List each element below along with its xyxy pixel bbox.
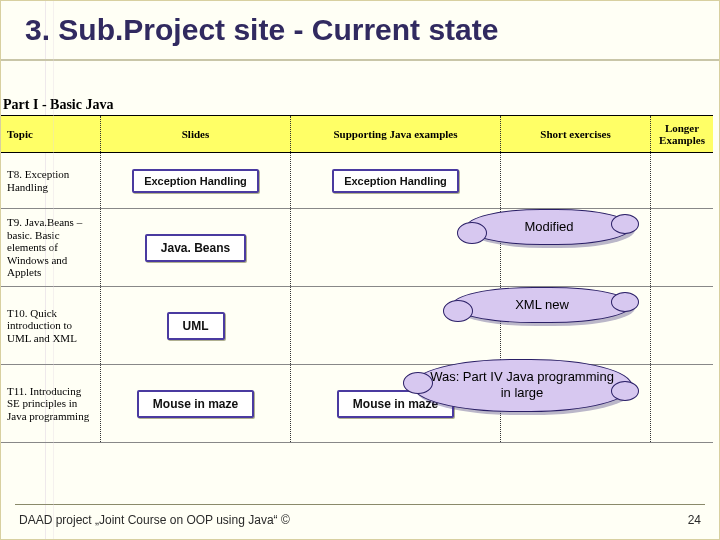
slides-button[interactable]: Exception Handling bbox=[132, 169, 259, 193]
page-title: 3. Sub.Project site - Current state bbox=[25, 13, 498, 47]
slides-cell: Mouse in maze bbox=[101, 365, 291, 442]
longer-cell bbox=[651, 287, 713, 364]
callout-text: XML new bbox=[515, 297, 569, 312]
table-header: Topic Slides Supporting Java examples Sh… bbox=[1, 115, 713, 153]
exercises-cell: Modified bbox=[501, 209, 651, 286]
slide-footer: DAAD project „Joint Course on OOP using … bbox=[19, 513, 701, 527]
slides-button[interactable]: UML bbox=[167, 312, 225, 340]
callout-bubble: XML new bbox=[452, 287, 632, 323]
page-number: 24 bbox=[688, 513, 701, 527]
col-slides: Slides bbox=[101, 116, 291, 152]
part-label: Part I - Basic Java bbox=[1, 97, 113, 113]
exercises-cell bbox=[501, 153, 651, 208]
table-row: T8. Exception Handling Exception Handlin… bbox=[1, 153, 713, 209]
callout-bubble: Was: Part IV Java programming in large bbox=[412, 359, 632, 412]
exercises-cell: XML new bbox=[501, 287, 651, 364]
col-exercises: Short exercises bbox=[501, 116, 651, 152]
slides-cell: Exception Handling bbox=[101, 153, 291, 208]
longer-cell bbox=[651, 209, 713, 286]
examples-cell: Exception Handling bbox=[291, 153, 501, 208]
slide: 3. Sub.Project site - Current state Part… bbox=[0, 0, 720, 540]
materials-table: Topic Slides Supporting Java examples Sh… bbox=[1, 115, 713, 443]
col-topic: Topic bbox=[1, 116, 101, 152]
callout-text: Modified bbox=[524, 219, 573, 234]
col-longer: Longer Examples bbox=[651, 116, 713, 152]
footer-rule bbox=[15, 504, 705, 505]
topic-text: T10. Quick introduction to UML and XML bbox=[1, 287, 101, 364]
title-rule bbox=[1, 59, 719, 61]
exercises-cell: Was: Part IV Java programming in large bbox=[501, 365, 651, 442]
longer-cell bbox=[651, 365, 713, 442]
examples-button[interactable]: Exception Handling bbox=[332, 169, 459, 193]
slides-cell: Java. Beans bbox=[101, 209, 291, 286]
table-row: T9. Java.Beans – basic. Basic elements o… bbox=[1, 209, 713, 287]
callout-bubble: Modified bbox=[466, 209, 632, 245]
table-row: T10. Quick introduction to UML and XML U… bbox=[1, 287, 713, 365]
topic-text: T9. Java.Beans – basic. Basic elements o… bbox=[1, 209, 101, 286]
longer-cell bbox=[651, 153, 713, 208]
topic-text: T11. Introducing SE principles in Java p… bbox=[1, 365, 101, 442]
footer-credit: DAAD project „Joint Course on OOP using … bbox=[19, 513, 290, 527]
slides-button[interactable]: Mouse in maze bbox=[137, 390, 254, 418]
topic-text: T8. Exception Handling bbox=[1, 153, 101, 208]
col-examples: Supporting Java examples bbox=[291, 116, 501, 152]
slides-cell: UML bbox=[101, 287, 291, 364]
slides-button[interactable]: Java. Beans bbox=[145, 234, 246, 262]
table-row: T11. Introducing SE principles in Java p… bbox=[1, 365, 713, 443]
